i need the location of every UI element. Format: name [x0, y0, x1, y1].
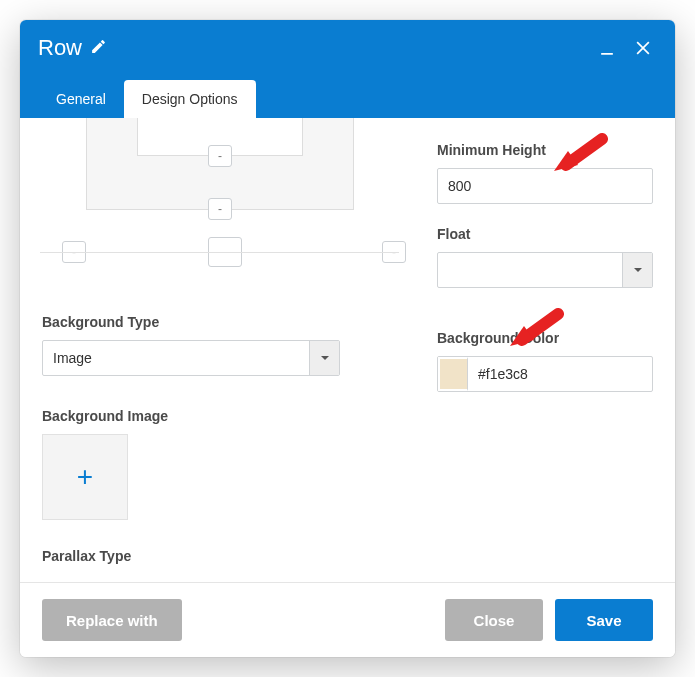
title-bar: Row — [20, 20, 675, 66]
pencil-icon — [90, 35, 107, 61]
background-type-label: Background Type — [42, 314, 397, 330]
float-label: Float — [437, 226, 653, 242]
color-swatch[interactable] — [438, 357, 468, 391]
section-background-type: Background Type Image — [42, 314, 397, 376]
row-settings-modal: Row General Design Options — [20, 20, 675, 657]
left-column: - - - - Background Type Image — [42, 124, 397, 574]
background-type-select[interactable]: Image — [42, 340, 340, 376]
save-button[interactable]: Save — [555, 599, 653, 641]
parallax-type-label: Parallax Type — [42, 548, 397, 564]
tab-general[interactable]: General — [38, 80, 124, 118]
background-image-label: Background Image — [42, 408, 397, 424]
float-select[interactable] — [437, 252, 653, 288]
chevron-down-icon — [622, 253, 652, 287]
modal-title: Row — [38, 35, 107, 61]
minimum-height-label: Minimum Height — [437, 142, 653, 158]
right-column: Minimum Height 800 Float Background Colo… — [437, 124, 653, 574]
modal-title-text: Row — [38, 35, 82, 61]
background-color-value: #f1e3c8 — [468, 357, 652, 391]
section-background-color: Background Color #f1e3c8 — [437, 330, 653, 392]
modal-header: Row General Design Options — [20, 20, 675, 118]
minimum-height-input[interactable]: 800 — [437, 168, 653, 204]
replace-with-button[interactable]: Replace with — [42, 599, 182, 641]
section-parallax: Parallax Type — [42, 548, 397, 564]
modal-body: - - - - Background Type Image — [20, 118, 675, 582]
spacing-input[interactable]: - — [208, 145, 232, 167]
plus-icon: + — [77, 461, 93, 493]
section-min-height: Minimum Height 800 — [437, 142, 653, 204]
chevron-down-icon — [309, 341, 339, 375]
spacing-baseline — [40, 252, 399, 253]
modal-footer: Replace with Close Save — [20, 582, 675, 657]
background-color-label: Background Color — [437, 330, 653, 346]
close-icon[interactable] — [629, 34, 657, 62]
float-value — [438, 253, 622, 287]
spacing-editor: - - - - — [42, 124, 397, 254]
section-float: Float — [437, 226, 653, 288]
section-background-image: Background Image + — [42, 408, 397, 520]
tab-design-options[interactable]: Design Options — [124, 80, 256, 118]
add-image-button[interactable]: + — [42, 434, 128, 520]
spacing-input[interactable]: - — [208, 198, 232, 220]
background-type-value: Image — [43, 341, 309, 375]
tabs: General Design Options — [20, 66, 675, 118]
background-color-input[interactable]: #f1e3c8 — [437, 356, 653, 392]
minimize-button[interactable] — [593, 34, 621, 62]
close-button[interactable]: Close — [445, 599, 543, 641]
